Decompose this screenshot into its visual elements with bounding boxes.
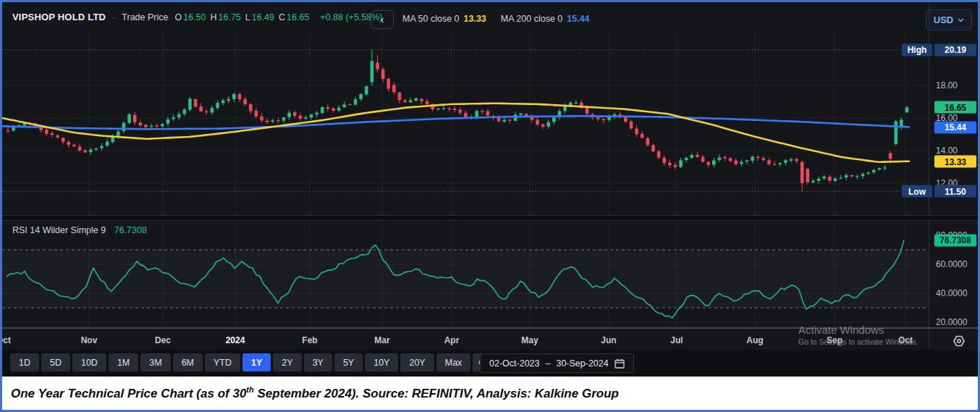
range-button-1d[interactable]: 1D [10, 353, 39, 371]
low-tag: Low [902, 185, 932, 198]
figure-caption: One Year Technical Price Chart (as of 30… [11, 385, 619, 401]
price-tick-18.00: 18.00 [936, 80, 958, 91]
price-tick-14.00: 14.00 [936, 146, 958, 156]
price-badge-high: 20.19 [934, 43, 976, 56]
month-label-Apr: Apr [444, 335, 460, 345]
date-from: 02-Oct-2023 [489, 358, 539, 369]
separator-dot: · [112, 12, 115, 22]
date-to: 30-Sep-2024 [556, 358, 608, 369]
range-button-10d[interactable]: 10D [72, 353, 106, 371]
month-label-Sep: Sep [827, 335, 842, 345]
date-range-picker[interactable]: 02-Oct-2023 – 30-Sep-2024 [480, 353, 634, 373]
chart-application: VIPSHOP HOLD LTD · Trade Price O16.50H16… [2, 2, 978, 377]
chevron-left-icon: ‹ [381, 14, 384, 25]
rsi-chart-canvas[interactable] [2, 219, 929, 328]
ma200-label: MA 200 close 0 [501, 14, 562, 24]
range-button-5d[interactable]: 5D [41, 353, 70, 371]
month-label-Nov: Nov [81, 335, 98, 345]
calendar-icon [614, 358, 625, 369]
currency-label: USD [934, 14, 953, 25]
caption-suffix: September 2024). Source: REFINITIV, Anal… [254, 387, 619, 400]
bottom-toolbar: 1D5D10D1M3M6MYTD1Y2Y3Y5Y10Y20YMax⚙ 02-Oc… [2, 350, 978, 377]
instrument-header: VIPSHOP HOLD LTD · Trade Price O16.50H16… [12, 12, 383, 22]
ohlc-token-c: C16.65 [279, 12, 309, 22]
currency-selector[interactable]: USD [926, 9, 972, 30]
range-button-20y[interactable]: 20Y [400, 353, 434, 371]
range-buttons: 1D5D10D1M3M6MYTD1Y2Y3Y5Y10Y20YMax⚙ [10, 353, 493, 371]
range-button-max[interactable]: Max [436, 353, 471, 371]
ohlc-token-h: H16.75 [210, 12, 240, 22]
range-button-3m[interactable]: 3M [140, 353, 170, 371]
price-badge-last: 16.65 [934, 101, 976, 114]
ohlc-token-o: O16.50 [174, 12, 206, 22]
chart-settings-icon[interactable] [950, 332, 968, 350]
month-label-Mar: Mar [374, 335, 389, 345]
ma50-label: MA 50 close 0 [402, 14, 460, 24]
month-label-Jun: Jun [601, 335, 616, 345]
rsi-tick-60.0000: 60.0000 [936, 259, 967, 269]
price-badge-low: 11.50 [934, 185, 976, 198]
ma-legend: MA 50 close 0 13.33 MA 200 close 0 15.44 [402, 14, 590, 24]
month-label-2024: 2024 [226, 335, 245, 345]
price-badge-ma50: 13.33 [934, 156, 976, 168]
screenshot-root: VIPSHOP HOLD LTD · Trade Price O16.50H16… [2, 2, 978, 410]
ma200-value: 15.44 [567, 14, 589, 24]
range-button-5y[interactable]: 5Y [334, 353, 363, 371]
ohlc-token-l: L16.49 [245, 12, 274, 22]
series-label: Trade Price [122, 12, 168, 22]
month-label-May: May [521, 335, 538, 345]
month-label-Oct: Oct [2, 335, 11, 345]
month-label-Feb: Feb [302, 335, 317, 345]
range-button-6m[interactable]: 6M [173, 353, 203, 371]
rsi-tick-20.0000: 20.0000 [936, 317, 967, 327]
range-button-1y[interactable]: 1Y [242, 353, 271, 371]
time-axis-divider [2, 327, 978, 329]
range-button-10y[interactable]: 10Y [365, 353, 398, 371]
range-button-2y[interactable]: 2Y [273, 353, 301, 371]
ma50-value: 13.33 [464, 14, 486, 24]
chevron-down-icon [958, 18, 964, 22]
range-button-ytd[interactable]: YTD [205, 353, 240, 371]
month-label-Jul: Jul [670, 335, 683, 345]
date-dash: – [545, 358, 550, 369]
month-label-Oct: Oct [898, 335, 913, 345]
caption-prefix: One Year Technical Price Chart (as of 30 [11, 387, 246, 400]
figure-caption-bar: One Year Technical Price Chart (as of 30… [2, 377, 978, 410]
range-button-3y[interactable]: 3Y [304, 353, 332, 371]
rsi-tick-40.0000: 40.0000 [936, 288, 967, 298]
high-tag: High [902, 43, 932, 56]
month-label-Dec: Dec [155, 335, 171, 345]
range-button-1m[interactable]: 1M [109, 353, 138, 371]
month-label-Aug: Aug [746, 335, 763, 345]
symbol-name: VIPSHOP HOLD LTD [12, 12, 106, 22]
collapse-legend-button[interactable]: ‹ [371, 10, 394, 29]
ohlc-values: O16.50H16.75L16.49C16.65 [174, 12, 313, 22]
rsi-badge: 76.7308 [934, 234, 976, 246]
caption-superscript: th [246, 385, 253, 394]
price-badge-ma200: 15.44 [934, 121, 976, 133]
price-chart-canvas[interactable] [2, 30, 929, 217]
